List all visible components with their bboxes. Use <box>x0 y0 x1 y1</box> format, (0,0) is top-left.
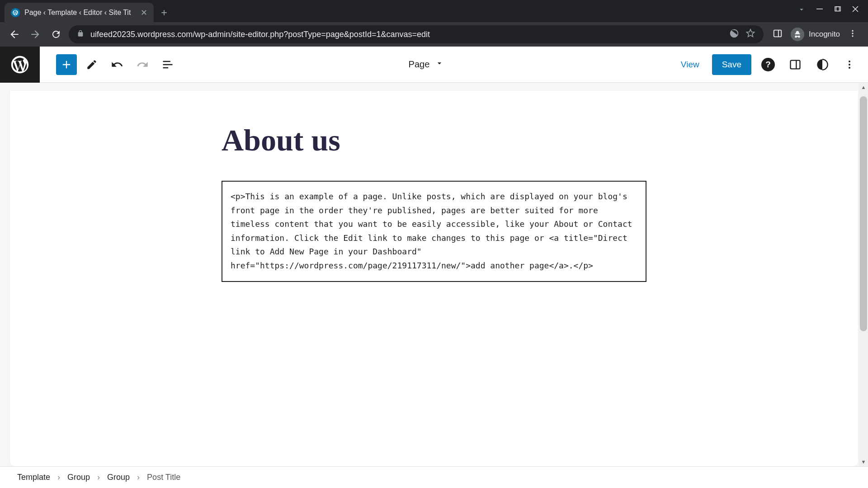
browser-actions: Incognito <box>768 28 862 41</box>
more-options-button[interactable] <box>839 54 860 75</box>
incognito-badge[interactable]: Incognito <box>791 28 840 41</box>
toolbar-right: View Save ? <box>675 54 860 75</box>
svg-point-10 <box>849 61 850 62</box>
cookie-block-icon[interactable] <box>729 28 739 41</box>
incognito-icon <box>791 28 804 41</box>
crumb-post-title[interactable]: Post Title <box>146 471 181 484</box>
chevron-down-icon <box>435 59 444 70</box>
view-button[interactable]: View <box>675 55 706 74</box>
window-controls <box>788 0 868 21</box>
document-selector[interactable]: Page <box>401 54 452 75</box>
address-bar: uifeed20235.wordpress.com/wp-admin/site-… <box>0 22 868 47</box>
document-label: Page <box>409 59 430 70</box>
redo-button[interactable] <box>132 54 153 75</box>
chevron-right-icon: › <box>97 473 100 482</box>
minimize-icon[interactable] <box>816 5 824 16</box>
content-wrap: About us <p>This is an example of a page… <box>212 122 656 282</box>
tab-dropdown-icon[interactable] <box>797 5 806 16</box>
chevron-right-icon: › <box>137 473 140 482</box>
svg-rect-1 <box>835 7 840 11</box>
list-view-button[interactable] <box>157 54 178 75</box>
close-window-icon[interactable] <box>852 5 859 16</box>
browser-chrome: Page ‹ Template ‹ Editor ‹ Site Tit ✕ + … <box>0 0 868 47</box>
editor-canvas[interactable]: About us <p>This is an example of a page… <box>0 83 868 466</box>
svg-point-7 <box>852 35 853 37</box>
url-field[interactable]: uifeed20235.wordpress.com/wp-admin/site-… <box>69 25 764 43</box>
styles-button[interactable] <box>812 54 833 75</box>
block-breadcrumb: Template › Group › Group › Post Title <box>0 466 868 488</box>
toolbar-center: Page <box>178 54 675 75</box>
crumb-group-1[interactable]: Group <box>66 471 91 484</box>
svg-rect-0 <box>816 9 823 9</box>
tab-strip: Page ‹ Template ‹ Editor ‹ Site Tit ✕ + <box>0 0 868 22</box>
scroll-up-icon[interactable]: ▲ <box>859 83 868 92</box>
url-text: uifeed20235.wordpress.com/wp-admin/site-… <box>90 30 723 39</box>
svg-rect-3 <box>774 30 782 37</box>
wordpress-favicon-icon <box>11 8 20 17</box>
toolbar-left <box>40 54 178 75</box>
save-button[interactable]: Save <box>712 54 751 75</box>
reload-button[interactable] <box>48 26 64 42</box>
html-block-editor[interactable]: <p>This is an example of a page. Unlike … <box>222 181 646 282</box>
page-title[interactable]: About us <box>222 122 646 158</box>
side-panel-icon[interactable] <box>773 28 783 40</box>
svg-point-6 <box>852 33 853 34</box>
undo-button[interactable] <box>107 54 127 75</box>
chevron-right-icon: › <box>57 473 60 482</box>
back-button[interactable] <box>6 26 23 42</box>
browser-menu-icon[interactable] <box>848 29 857 40</box>
close-tab-icon[interactable]: ✕ <box>141 8 147 18</box>
maximize-icon[interactable] <box>835 5 841 16</box>
add-block-button[interactable] <box>56 54 77 75</box>
bookmark-icon[interactable] <box>745 28 755 41</box>
svg-point-11 <box>849 64 850 66</box>
crumb-group-2[interactable]: Group <box>106 471 131 484</box>
browser-tab[interactable]: Page ‹ Template ‹ Editor ‹ Site Tit ✕ <box>5 3 154 22</box>
canvas-content: About us <p>This is an example of a page… <box>10 91 858 466</box>
wordpress-logo-button[interactable] <box>0 47 40 83</box>
tab-title: Page ‹ Template ‹ Editor ‹ Site Tit <box>24 9 136 17</box>
help-button[interactable]: ? <box>758 54 778 75</box>
svg-point-12 <box>849 67 850 69</box>
new-tab-button[interactable]: + <box>154 3 175 22</box>
forward-button[interactable] <box>27 26 43 42</box>
lock-icon <box>77 30 84 39</box>
settings-panel-button[interactable] <box>785 54 806 75</box>
svg-rect-2 <box>836 7 841 11</box>
site-editor: Page View Save ? About us <p>This is an … <box>0 47 868 488</box>
help-icon: ? <box>761 58 775 71</box>
scroll-thumb[interactable] <box>860 96 867 331</box>
svg-point-5 <box>852 30 853 32</box>
editor-header: Page View Save ? <box>0 47 868 83</box>
svg-rect-8 <box>791 60 800 69</box>
scrollbar[interactable]: ▲ ▼ <box>859 83 868 466</box>
crumb-template[interactable]: Template <box>16 471 51 484</box>
incognito-label: Incognito <box>809 30 840 39</box>
scroll-down-icon[interactable]: ▼ <box>859 457 868 466</box>
edit-tool-button[interactable] <box>81 54 102 75</box>
